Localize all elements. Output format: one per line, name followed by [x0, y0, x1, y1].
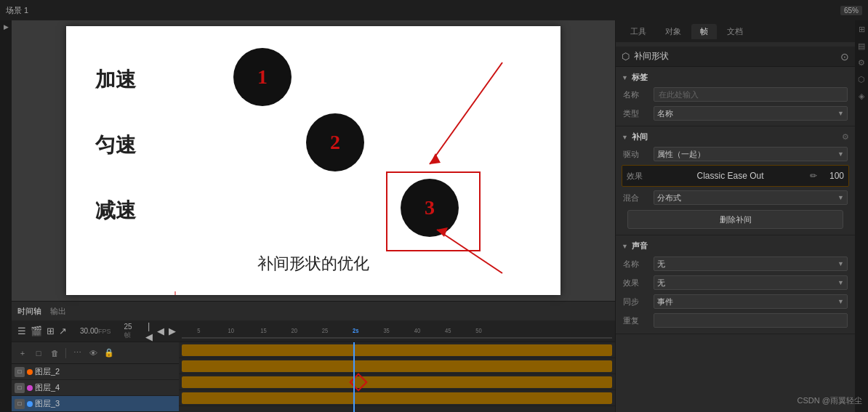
name-label: 名称 [623, 89, 649, 100]
add-folder-icon[interactable]: □ [32, 347, 45, 360]
sound-effect-arrow: ▼ [837, 279, 844, 286]
layer-eye-icon[interactable]: 👁 [87, 347, 100, 360]
playhead[interactable] [353, 342, 355, 412]
layer-color-dot [27, 369, 33, 375]
layer-type-icon: □ [15, 367, 25, 377]
zoom-level[interactable]: 65% [840, 6, 862, 15]
bujian-header: ⬡ 补间形状 ⊙ [616, 47, 855, 67]
sound-name-select[interactable]: 无 ▼ [654, 257, 848, 271]
transport-export-icon[interactable]: ↗ [59, 326, 67, 336]
delete-bujian-button[interactable]: 删除补间 [627, 210, 843, 229]
layer-color-dot [27, 401, 33, 407]
sound-name-row: 名称 无 ▼ [622, 255, 849, 272]
right-icons-bar: ⊞ ▤ ⚙ ⬡ ◈ [855, 20, 868, 412]
track-row-3 [179, 374, 615, 390]
svg-line-0 [430, 62, 502, 164]
track-row-4 [179, 358, 615, 374]
type-select-arrow: ▼ [837, 110, 844, 117]
go-start-icon[interactable]: |◀ [145, 320, 153, 342]
layer-toolbar: + □ 🗑 ⋯ 👁 🔒 [12, 342, 179, 364]
section-arrow-bujian: ▼ [622, 134, 629, 141]
canvas: 加速 匀速 减速 补间形状的优化 1 2 3 [66, 26, 560, 295]
prev-frame-icon[interactable]: ◀ [157, 326, 164, 336]
layer-name: 图层_2 [35, 366, 176, 377]
name-input[interactable] [654, 87, 848, 102]
right-icon-4[interactable]: ⬡ [856, 75, 867, 84]
timeline-tab-timeline[interactable]: 时间轴 [17, 306, 41, 317]
fps-unit: FPS [98, 328, 111, 335]
layer-sep [65, 348, 66, 358]
sound-sync-row: 同步 事件 ▼ [622, 293, 849, 310]
sound-repeat-row: 重复 [622, 312, 849, 329]
track-bar [182, 344, 612, 356]
next-frame-icon[interactable]: ▶ [169, 326, 176, 336]
timeline-tab-output[interactable]: 输出 [50, 306, 66, 317]
right-icon-2[interactable]: ▤ [856, 41, 867, 51]
field-row-type: 类型 名称 ▼ [622, 104, 849, 123]
left-tool-icon[interactable]: ▶ [1, 23, 10, 32]
top-bar: 场景 1 65% [0, 0, 868, 20]
transport-add-icon[interactable]: ⊞ [47, 326, 55, 336]
transport-layers-icon[interactable]: ☰ [17, 326, 26, 336]
tab-object[interactable]: 对象 [656, 24, 690, 39]
tab-document[interactable]: 文档 [718, 24, 752, 39]
svg-text:40: 40 [414, 326, 421, 334]
right-icon-3[interactable]: ⚙ [856, 58, 867, 68]
csdn-watermark: CSDN @雨翼轻尘 [797, 395, 862, 406]
type-select[interactable]: 名称 ▼ [654, 106, 848, 121]
canvas-text-jun: 匀速 [95, 132, 136, 159]
ease-number: 100 [822, 171, 844, 181]
layer-item-2[interactable]: □ 图层_2 [12, 364, 179, 380]
transport-bar: ☰ 🎬 ⊞ ↗ 30.00FPS 25帧 |◀ ◀ ▶ ◆ [12, 320, 179, 342]
section-header-biaoqian[interactable]: ▼ 标签 [622, 70, 849, 85]
svg-text:10: 10 [228, 326, 234, 334]
bujian-options-icon[interactable]: ⊙ [840, 51, 849, 62]
blend-select[interactable]: 分布式 ▼ [654, 190, 848, 205]
section-header-bujian[interactable]: ▼ 补间 ⚙ [622, 129, 849, 145]
layer-type-icon: □ [15, 399, 25, 409]
svg-text:2s: 2s [353, 326, 359, 334]
layer-name: 图层_4 [35, 382, 176, 393]
right-icon-1[interactable]: ⊞ [856, 25, 867, 34]
sound-effect-select[interactable]: 无 ▼ [654, 275, 848, 290]
right-panel: 工具 对象 帧 文档 ⬡ 补间形状 ⊙ ▼ 标签 名称 [615, 20, 855, 412]
circle-1: 1 [233, 48, 292, 106]
ease-edit-icon[interactable]: ✏ [808, 171, 819, 181]
section-arrow-biaoqian: ▼ [622, 74, 629, 81]
section-biaoqian: ▼ 标签 名称 类型 名称 ▼ [616, 67, 855, 126]
layer-name: 图层_3 [35, 398, 176, 409]
layer-options-icon[interactable]: ⋯ [71, 347, 84, 360]
tab-tools[interactable]: 工具 [622, 24, 655, 39]
section-header-sound[interactable]: ▼ 声音 [622, 238, 849, 254]
tab-frame[interactable]: 帧 [691, 24, 717, 39]
section-title-sound: 声音 [632, 241, 648, 251]
bujian-shape-icon: ⬡ [622, 51, 630, 62]
layer-type-icon: □ [15, 383, 25, 393]
circle-2: 2 [306, 113, 364, 171]
layer-item-4[interactable]: □ 图层_4 [12, 380, 179, 396]
sound-repeat-label: 重复 [623, 315, 649, 326]
layer-lock-icon[interactable]: 🔒 [103, 347, 116, 360]
layer-item-3[interactable]: □ 图层_3 [12, 396, 179, 412]
right-icon-5[interactable]: ◈ [856, 92, 867, 101]
sound-repeat-select[interactable] [654, 313, 848, 328]
drive-select-arrow: ▼ [837, 150, 844, 158]
canvas-text-jian: 减速 [95, 197, 136, 225]
sound-sync-select[interactable]: 事件 ▼ [654, 294, 848, 309]
timeline-header: 时间轴 输出 [12, 302, 615, 320]
drive-select[interactable]: 属性（一起） ▼ [654, 147, 848, 161]
type-label: 类型 [623, 108, 649, 119]
delete-layer-icon[interactable]: 🗑 [48, 347, 61, 360]
transport-camera-icon[interactable]: 🎬 [31, 326, 42, 336]
section-gear-icon[interactable]: ⚙ [842, 132, 849, 142]
ease-row: 效果 Classic Ease Out ✏ 100 [622, 165, 849, 187]
scene-title: 场景 1 [6, 5, 28, 16]
blend-label: 混合 [623, 193, 649, 203]
section-title-bujian: 补间 [632, 132, 648, 142]
field-row-name: 名称 [622, 85, 849, 104]
track-bar [182, 392, 612, 404]
add-layer-icon[interactable]: + [16, 347, 29, 360]
sound-sync-label: 同步 [623, 296, 649, 307]
track-bar [182, 360, 612, 372]
ruler-svg: 5 10 15 20 25 2s 35 40 45 50 [182, 320, 612, 342]
